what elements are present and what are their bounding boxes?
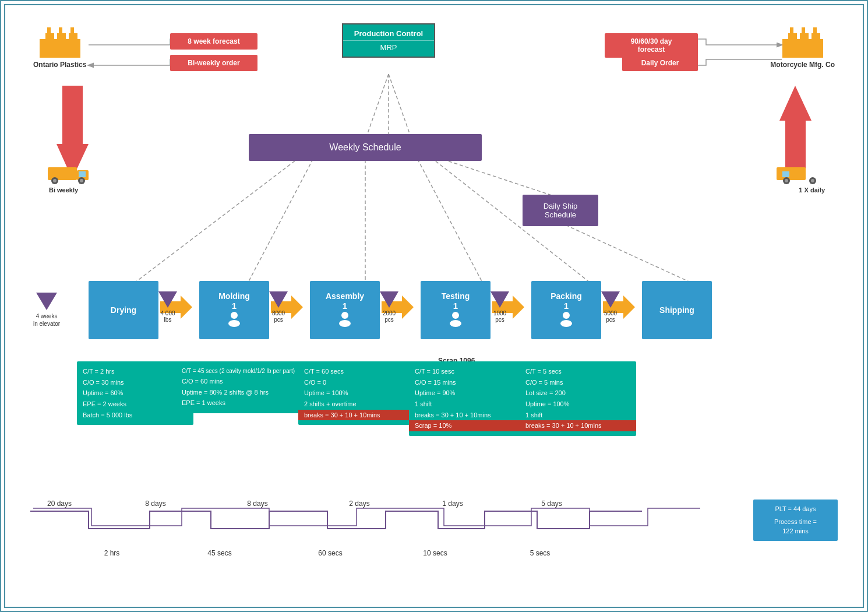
weekly-schedule-label: Weekly Schedule xyxy=(329,142,401,152)
shipping-process-box: Shipping xyxy=(642,281,712,339)
svg-line-6 xyxy=(415,154,485,287)
packing-co: C/O = 5 mins xyxy=(525,377,630,388)
biweekly-order-label: Bi-weekly order xyxy=(188,59,239,67)
assembly-shifts: 2 shifts + overtime xyxy=(304,399,409,410)
svg-rect-23 xyxy=(813,27,817,34)
forecast-8week-label: 8 week forecast xyxy=(188,37,239,45)
inventory-before-drying: 4 weeksin elevator xyxy=(33,293,60,328)
molding-process-box: Molding 1 xyxy=(199,281,269,339)
production-control-box: Production Control MRP xyxy=(342,23,435,58)
supplier-right-label: Motorcycle Mfg. Co xyxy=(770,61,835,69)
molding-ct: C/T = 45 secs (2 cavity mold/1/2 lb per … xyxy=(182,366,298,376)
biweekly-order-box: Bi-weekly order xyxy=(170,55,257,71)
packing-process-box: Packing 1 xyxy=(531,281,601,339)
ontario-plastics-supplier: Ontario Plastics xyxy=(33,24,86,69)
prod-control-title: Production Control xyxy=(343,24,434,41)
testing-co: C/O = 15 mins xyxy=(415,377,520,388)
svg-line-4 xyxy=(246,154,316,287)
svg-rect-10 xyxy=(40,39,80,58)
svg-point-47 xyxy=(452,312,459,319)
left-delivery-freq-label: Bi weekly xyxy=(49,187,78,194)
svg-rect-35 xyxy=(782,171,789,177)
testing-op-count: 1 xyxy=(453,301,458,311)
testing-breaks: breaks = 30 + 10 + 10mins xyxy=(415,410,520,421)
molding-uptime: Uptime = 80% 2 shifts @ 8 hrs xyxy=(182,387,298,398)
drying-label: Drying xyxy=(111,305,136,315)
svg-point-50 xyxy=(563,312,570,319)
drying-uptime: Uptime = 60% xyxy=(83,388,188,399)
molding-co: C/O = 60 mins xyxy=(182,376,298,387)
molding-op-count: 1 xyxy=(232,301,237,311)
daily-order-box: Daily Order xyxy=(622,55,698,71)
shipping-label: Shipping xyxy=(659,305,694,315)
packing-lotsize: Lot size = 200 xyxy=(525,388,630,399)
svg-line-0 xyxy=(365,74,389,140)
testing-info-box: C/T = 10 sesc C/O = 15 mins Uptime = 90%… xyxy=(409,361,525,436)
testing-ct: C/T = 10 sesc xyxy=(415,366,520,377)
inv-4000lbs-label: 4 000lbs xyxy=(158,310,177,323)
inventory-packing-shipping: 5000pcs xyxy=(601,291,620,323)
process-time-label: Process time =122 mins xyxy=(758,517,833,536)
assembly-uptime: Uptime = 100% xyxy=(304,388,409,399)
right-delivery-freq-label: 1 X daily xyxy=(799,187,825,194)
drying-co: C/O = 30 mins xyxy=(83,377,188,388)
inv-1000pcs-label: 1000pcs xyxy=(491,310,509,323)
packing-operator-icon xyxy=(558,311,574,329)
svg-point-37 xyxy=(785,179,788,182)
drying-epe: EPE = 2 weeks xyxy=(83,399,188,410)
forecast-90day-label: 90/60/30 dayforecast xyxy=(631,37,672,54)
inventory-testing-packing: 1000pcs xyxy=(491,291,509,323)
elevator-label: 4 weeksin elevator xyxy=(33,312,60,328)
testing-operator-icon xyxy=(447,311,464,329)
inv-8000pcs-label: 8000pcs xyxy=(269,310,288,323)
inv-5000pcs-label: 5000pcs xyxy=(601,310,620,323)
drying-batch: Batch = 5 000 lbs xyxy=(83,410,188,421)
svg-point-41 xyxy=(231,312,238,319)
molding-label: Molding xyxy=(218,291,250,301)
testing-process-box: Testing 1 xyxy=(421,281,491,339)
inventory-molding-assembly: 8000pcs xyxy=(269,291,288,323)
svg-rect-15 xyxy=(59,27,62,34)
daily-ship-label: Daily ShipSchedule xyxy=(544,202,578,219)
supplier-left-label: Ontario Plastics xyxy=(33,61,86,69)
assembly-process-box: Assembly 1 xyxy=(310,281,380,339)
svg-point-31 xyxy=(80,179,83,182)
svg-point-42 xyxy=(228,320,240,327)
forecast-8week-box: 8 week forecast xyxy=(170,33,257,50)
left-truck-icon xyxy=(48,159,91,187)
svg-rect-16 xyxy=(70,27,74,34)
svg-rect-14 xyxy=(47,27,51,34)
assembly-operator-icon xyxy=(337,311,353,329)
molding-operator-icon xyxy=(226,311,242,329)
testing-label: Testing xyxy=(442,291,470,301)
packing-shift: 1 shift xyxy=(525,410,630,421)
assembly-co: C/O = 0 xyxy=(304,377,409,388)
testing-scrap: Scrap = 10% xyxy=(409,420,525,431)
packing-label: Packing xyxy=(551,291,582,301)
svg-rect-17 xyxy=(782,39,823,58)
forecast-90day-box: 90/60/30 dayforecast xyxy=(605,33,698,58)
svg-line-2 xyxy=(389,74,412,140)
assembly-breaks: breaks = 30 + 10 + 10mins xyxy=(298,410,415,421)
inventory-drying-molding: 4 000lbs xyxy=(158,291,177,323)
svg-line-3 xyxy=(129,154,304,287)
svg-rect-21 xyxy=(790,27,793,34)
assembly-ct: C/T = 60 secs xyxy=(304,366,409,377)
testing-shift: 1 shift xyxy=(415,399,520,410)
packing-ct: C/T = 5 secs xyxy=(525,366,630,377)
svg-point-39 xyxy=(811,179,814,182)
assembly-info-box: C/T = 60 secs C/O = 0 Uptime = 100% 2 sh… xyxy=(298,361,415,425)
weekly-schedule-bar: Weekly Schedule xyxy=(249,134,482,161)
svg-rect-27 xyxy=(79,171,86,177)
molding-info-box: C/T = 45 secs (2 cavity mold/1/2 lb per … xyxy=(176,361,304,413)
svg-rect-22 xyxy=(802,27,805,34)
drying-process-box: Drying xyxy=(89,281,158,339)
inventory-assembly-testing: 2000pcs xyxy=(380,291,398,323)
svg-point-51 xyxy=(560,320,572,327)
assembly-label: Assembly xyxy=(326,291,364,301)
packing-uptime: Uptime = 100% xyxy=(525,399,630,410)
svg-line-9 xyxy=(560,223,700,287)
packing-op-count: 1 xyxy=(564,301,569,311)
drying-ct: C/T = 2 hrs xyxy=(83,366,188,377)
svg-point-48 xyxy=(450,320,461,327)
